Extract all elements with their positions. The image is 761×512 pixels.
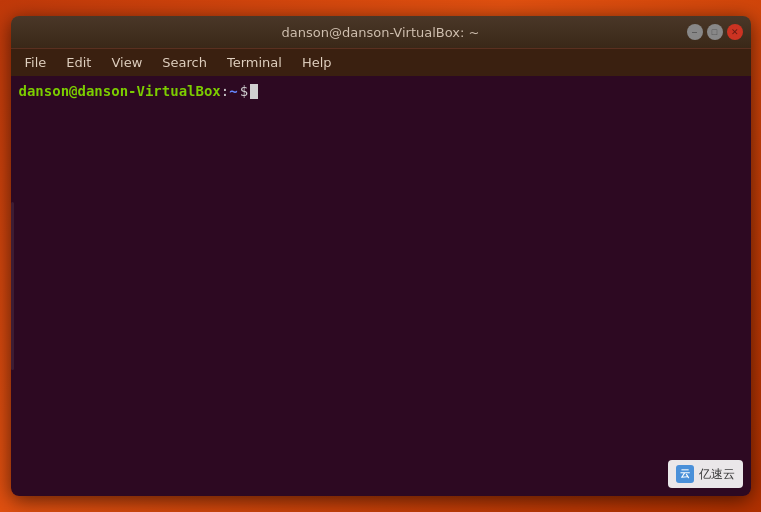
titlebar: danson@danson-VirtualBox: ~ – □ ✕ xyxy=(11,16,751,48)
prompt-path: ~ xyxy=(229,82,237,102)
menubar: File Edit View Search Terminal Help xyxy=(11,48,751,76)
window-title: danson@danson-VirtualBox: ~ xyxy=(282,25,480,40)
menu-file[interactable]: File xyxy=(15,51,57,74)
window-controls: – □ ✕ xyxy=(687,24,743,40)
terminal-window: danson@danson-VirtualBox: ~ – □ ✕ File E… xyxy=(11,16,751,496)
close-button[interactable]: ✕ xyxy=(727,24,743,40)
prompt-user-host: danson@danson-VirtualBox xyxy=(19,82,221,102)
maximize-button[interactable]: □ xyxy=(707,24,723,40)
scrollbar-indicator xyxy=(11,202,14,370)
menu-help[interactable]: Help xyxy=(292,51,342,74)
watermark-label: 亿速云 xyxy=(699,466,735,483)
watermark: 云 亿速云 xyxy=(668,460,743,488)
prompt-line: danson@danson-VirtualBox : ~ $ xyxy=(19,82,743,102)
watermark-icon: 云 xyxy=(676,465,694,483)
menu-search[interactable]: Search xyxy=(152,51,217,74)
menu-edit[interactable]: Edit xyxy=(56,51,101,74)
terminal-body[interactable]: danson@danson-VirtualBox : ~ $ 云 亿速云 xyxy=(11,76,751,496)
minimize-button[interactable]: – xyxy=(687,24,703,40)
menu-terminal[interactable]: Terminal xyxy=(217,51,292,74)
prompt-colon: : xyxy=(221,82,229,102)
menu-view[interactable]: View xyxy=(101,51,152,74)
prompt-symbol: $ xyxy=(240,82,248,102)
terminal-cursor xyxy=(250,84,258,99)
